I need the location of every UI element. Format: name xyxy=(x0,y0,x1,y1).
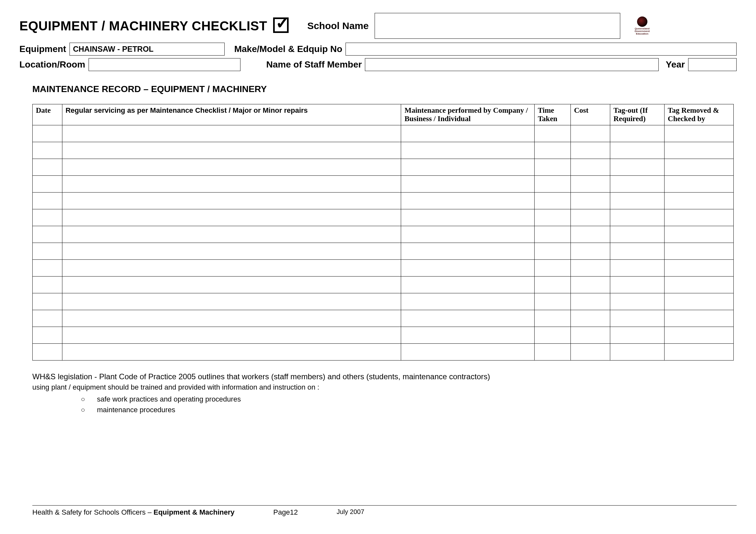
table-cell[interactable] xyxy=(62,159,401,176)
table-cell[interactable] xyxy=(534,125,571,142)
table-cell[interactable] xyxy=(571,344,610,361)
table-cell[interactable] xyxy=(664,243,734,260)
year-field[interactable] xyxy=(688,58,737,71)
table-cell[interactable] xyxy=(571,260,610,276)
table-cell[interactable] xyxy=(664,327,734,344)
table-cell[interactable] xyxy=(401,209,534,226)
table-cell[interactable] xyxy=(534,142,571,159)
equipment-field[interactable]: CHAINSAW - PETROL xyxy=(69,43,225,56)
table-cell[interactable] xyxy=(664,310,734,327)
table-cell[interactable] xyxy=(664,176,734,192)
table-cell[interactable] xyxy=(571,192,610,209)
table-cell[interactable] xyxy=(534,176,571,192)
table-cell[interactable] xyxy=(62,344,401,361)
table-row[interactable] xyxy=(33,293,734,310)
table-cell[interactable] xyxy=(62,192,401,209)
table-cell[interactable] xyxy=(62,310,401,327)
table-cell[interactable] xyxy=(610,192,664,209)
table-cell[interactable] xyxy=(33,192,62,209)
table-cell[interactable] xyxy=(401,142,534,159)
table-cell[interactable] xyxy=(534,192,571,209)
table-cell[interactable] xyxy=(610,209,664,226)
table-cell[interactable] xyxy=(610,344,664,361)
table-cell[interactable] xyxy=(571,209,610,226)
table-row[interactable] xyxy=(33,260,734,276)
table-cell[interactable] xyxy=(33,327,62,344)
table-cell[interactable] xyxy=(33,209,62,226)
table-cell[interactable] xyxy=(571,142,610,159)
table-cell[interactable] xyxy=(401,159,534,176)
table-cell[interactable] xyxy=(62,276,401,293)
table-cell[interactable] xyxy=(534,293,571,310)
table-cell[interactable] xyxy=(664,226,734,243)
table-cell[interactable] xyxy=(401,192,534,209)
table-cell[interactable] xyxy=(664,260,734,276)
table-cell[interactable] xyxy=(62,293,401,310)
table-cell[interactable] xyxy=(534,344,571,361)
location-field[interactable] xyxy=(89,58,240,71)
table-cell[interactable] xyxy=(534,260,571,276)
table-cell[interactable] xyxy=(664,276,734,293)
table-cell[interactable] xyxy=(534,159,571,176)
table-cell[interactable] xyxy=(610,310,664,327)
staff-field[interactable] xyxy=(365,58,659,71)
table-cell[interactable] xyxy=(401,310,534,327)
table-cell[interactable] xyxy=(664,293,734,310)
table-cell[interactable] xyxy=(610,327,664,344)
table-cell[interactable] xyxy=(571,159,610,176)
table-cell[interactable] xyxy=(571,125,610,142)
table-cell[interactable] xyxy=(571,310,610,327)
table-row[interactable] xyxy=(33,176,734,192)
table-cell[interactable] xyxy=(534,327,571,344)
table-cell[interactable] xyxy=(62,243,401,260)
table-cell[interactable] xyxy=(664,159,734,176)
table-cell[interactable] xyxy=(571,243,610,260)
table-row[interactable] xyxy=(33,226,734,243)
make-model-field[interactable] xyxy=(345,43,737,56)
table-cell[interactable] xyxy=(571,176,610,192)
table-cell[interactable] xyxy=(610,176,664,192)
table-row[interactable] xyxy=(33,344,734,361)
table-cell[interactable] xyxy=(664,125,734,142)
table-cell[interactable] xyxy=(610,125,664,142)
table-cell[interactable] xyxy=(534,276,571,293)
table-cell[interactable] xyxy=(62,209,401,226)
table-row[interactable] xyxy=(33,192,734,209)
table-cell[interactable] xyxy=(33,142,62,159)
table-cell[interactable] xyxy=(33,293,62,310)
table-cell[interactable] xyxy=(664,142,734,159)
table-cell[interactable] xyxy=(33,260,62,276)
table-row[interactable] xyxy=(33,125,734,142)
table-row[interactable] xyxy=(33,243,734,260)
table-row[interactable] xyxy=(33,209,734,226)
table-cell[interactable] xyxy=(33,159,62,176)
table-cell[interactable] xyxy=(62,327,401,344)
table-cell[interactable] xyxy=(610,243,664,260)
table-cell[interactable] xyxy=(534,310,571,327)
table-cell[interactable] xyxy=(610,159,664,176)
table-row[interactable] xyxy=(33,327,734,344)
table-cell[interactable] xyxy=(62,176,401,192)
table-cell[interactable] xyxy=(401,260,534,276)
table-cell[interactable] xyxy=(571,293,610,310)
table-cell[interactable] xyxy=(62,260,401,276)
table-cell[interactable] xyxy=(33,226,62,243)
table-cell[interactable] xyxy=(401,276,534,293)
table-cell[interactable] xyxy=(534,226,571,243)
table-cell[interactable] xyxy=(401,344,534,361)
table-cell[interactable] xyxy=(62,125,401,142)
table-cell[interactable] xyxy=(401,293,534,310)
table-cell[interactable] xyxy=(33,125,62,142)
table-cell[interactable] xyxy=(610,142,664,159)
table-cell[interactable] xyxy=(571,327,610,344)
table-row[interactable] xyxy=(33,142,734,159)
table-cell[interactable] xyxy=(62,142,401,159)
table-cell[interactable] xyxy=(33,276,62,293)
table-cell[interactable] xyxy=(33,243,62,260)
table-cell[interactable] xyxy=(571,226,610,243)
table-cell[interactable] xyxy=(401,226,534,243)
table-cell[interactable] xyxy=(33,176,62,192)
table-cell[interactable] xyxy=(610,276,664,293)
table-cell[interactable] xyxy=(33,310,62,327)
table-cell[interactable] xyxy=(401,327,534,344)
